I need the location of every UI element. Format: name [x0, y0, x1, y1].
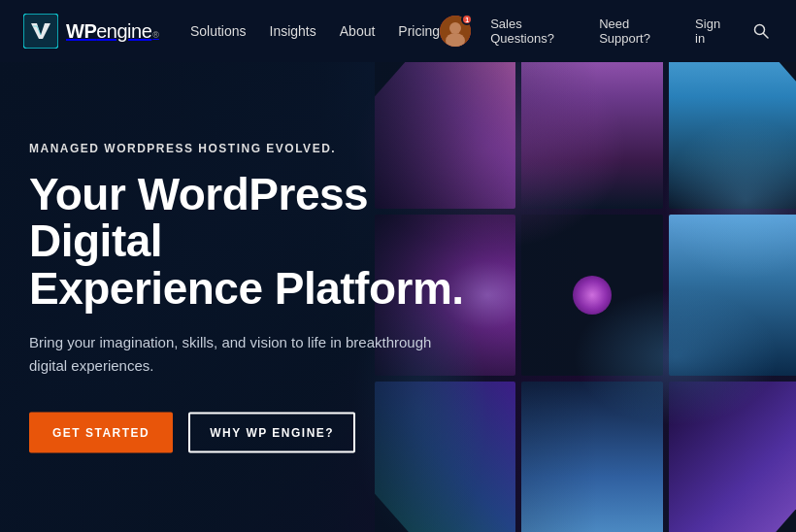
navbar-right: 1 Sales Questions? Need Support? Sign in: [440, 16, 773, 47]
nav-link-solutions[interactable]: Solutions: [190, 23, 247, 39]
logo-tm: ®: [152, 30, 159, 40]
search-button[interactable]: [749, 19, 773, 43]
get-started-button[interactable]: GET STARTED: [29, 412, 173, 452]
nav-item-pricing[interactable]: Pricing: [398, 22, 440, 40]
svg-line-6: [764, 34, 769, 39]
sales-questions-link[interactable]: Sales Questions?: [490, 17, 580, 46]
logo-wp: WP: [66, 20, 96, 43]
notification-badge: 1: [461, 14, 473, 25]
nav-link-insights[interactable]: Insights: [270, 23, 316, 39]
badge-count: 1: [465, 17, 469, 23]
logo-engine: engine: [96, 20, 151, 43]
hero-content: MANAGED WORDPRESS HOSTING EVOLVED. Your …: [29, 142, 495, 453]
logo-icon: [23, 14, 58, 49]
nav-link-about[interactable]: About: [340, 23, 376, 39]
navbar-left: WPengine® Solutions Insights About Prici…: [23, 14, 440, 49]
why-wp-engine-button[interactable]: WHY WP ENGINE?: [188, 412, 355, 452]
hero-title-line2: Experience Platform.: [29, 262, 464, 313]
hero-buttons: GET STARTED WHY WP ENGINE?: [29, 412, 495, 452]
avatar-wrap: 1: [440, 16, 471, 47]
hero-section: MANAGED WORDPRESS HOSTING EVOLVED. Your …: [0, 62, 796, 532]
logo-text: WPengine®: [66, 20, 159, 43]
svg-point-3: [449, 22, 461, 34]
nav-link-pricing[interactable]: Pricing: [398, 23, 440, 39]
hero-title: Your WordPress Digital Experience Platfo…: [29, 171, 495, 312]
hero-description: Bring your imagination, skills, and visi…: [29, 330, 437, 377]
need-support-link[interactable]: Need Support?: [599, 17, 676, 46]
logo[interactable]: WPengine®: [23, 14, 159, 49]
nav-links: Solutions Insights About Pricing: [190, 22, 440, 40]
nav-item-insights[interactable]: Insights: [270, 22, 316, 40]
navbar: WPengine® Solutions Insights About Prici…: [0, 0, 796, 62]
search-icon: [753, 23, 769, 39]
svg-rect-0: [23, 14, 58, 49]
nav-item-solutions[interactable]: Solutions: [190, 22, 247, 40]
hero-title-line1: Your WordPress Digital: [29, 169, 368, 266]
sign-in-link[interactable]: Sign in: [695, 17, 730, 46]
hero-subtitle: MANAGED WORDPRESS HOSTING EVOLVED.: [29, 142, 495, 155]
nav-item-about[interactable]: About: [340, 22, 376, 40]
